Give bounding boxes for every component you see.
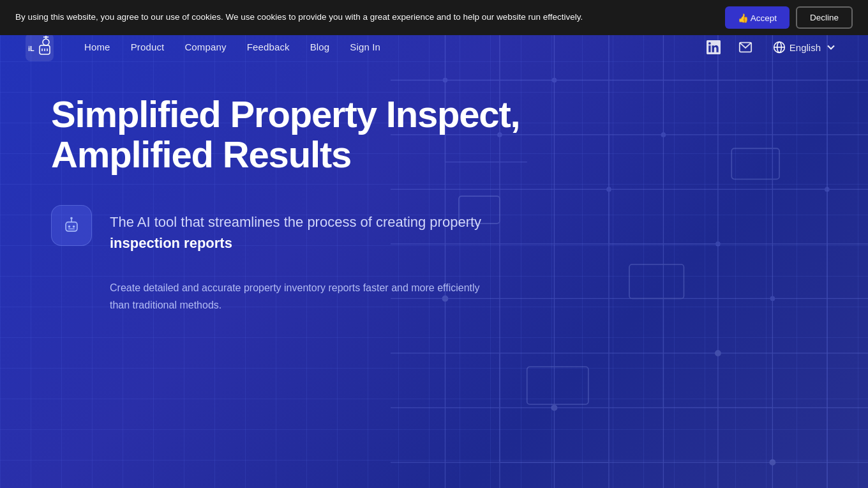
svg-point-50 bbox=[70, 217, 73, 220]
nav-link-signin[interactable]: Sign In bbox=[350, 42, 380, 52]
hero-description: Create detailed and accurate property in… bbox=[110, 279, 480, 314]
svg-text:iL: iL bbox=[28, 45, 34, 52]
hero-feature: The AI tool that streamlines the process… bbox=[51, 205, 523, 254]
nav-link-home[interactable]: Home bbox=[84, 42, 110, 52]
hero-title: Simplified Property Inspect, Amplified R… bbox=[51, 95, 523, 174]
accept-button[interactable]: 👍 Accept bbox=[725, 6, 789, 29]
chevron-down-icon bbox=[825, 41, 837, 54]
nav-links: Home Product Company Feedback Blog Sign … bbox=[84, 42, 704, 53]
nav-link-feedback[interactable]: Feedback bbox=[247, 42, 290, 52]
nav-right: English bbox=[704, 38, 842, 57]
language-button[interactable]: English bbox=[768, 38, 842, 56]
cookie-message: By using this website, you agree to our … bbox=[15, 11, 715, 24]
hero-feature-text: The AI tool that streamlines the process… bbox=[110, 205, 523, 254]
nav-link-product[interactable]: Product bbox=[131, 42, 165, 52]
nav-item-product: Product bbox=[131, 42, 165, 53]
globe-icon bbox=[773, 41, 786, 54]
ai-robot-icon-container bbox=[51, 205, 92, 246]
mail-icon bbox=[738, 40, 752, 54]
logo-link[interactable]: iL bbox=[26, 33, 54, 61]
nav-item-blog: Blog bbox=[310, 42, 330, 53]
svg-point-47 bbox=[73, 225, 75, 228]
hero-title-line1: Simplified Property Inspect, bbox=[51, 93, 520, 135]
nav-item-company: Company bbox=[184, 42, 226, 53]
language-label: English bbox=[789, 42, 821, 53]
decline-button[interactable]: Decline bbox=[796, 6, 853, 29]
nav-link-blog[interactable]: Blog bbox=[310, 42, 330, 52]
cookie-banner: By using this website, you agree to our … bbox=[0, 0, 868, 35]
svg-point-46 bbox=[68, 225, 71, 228]
mail-button[interactable] bbox=[736, 38, 755, 57]
feature-text-prefix: The AI tool that streamlines the process… bbox=[110, 214, 481, 230]
nav-item-signin: Sign In bbox=[350, 42, 380, 53]
nav-link-company[interactable]: Company bbox=[184, 42, 226, 52]
cookie-actions: 👍 Accept Decline bbox=[725, 6, 853, 29]
nav-item-home: Home bbox=[84, 42, 110, 53]
logo-icon: iL bbox=[26, 33, 54, 61]
feature-text-highlight: inspection reports bbox=[110, 235, 232, 251]
linkedin-button[interactable] bbox=[704, 38, 723, 57]
hero-title-line2: Amplified Results bbox=[51, 133, 351, 175]
ai-robot-icon bbox=[61, 215, 82, 236]
svg-rect-45 bbox=[66, 222, 77, 231]
linkedin-icon bbox=[707, 40, 721, 54]
nav-item-feedback: Feedback bbox=[247, 42, 290, 53]
